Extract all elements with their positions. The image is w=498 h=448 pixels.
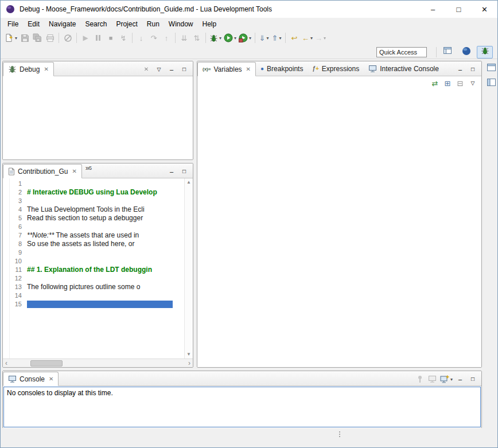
view-menu-icon: ▽	[471, 81, 475, 86]
close-window-button[interactable]: ✕	[472, 1, 497, 18]
tab-debug[interactable]: Debug ✕	[3, 62, 54, 76]
menu-help[interactable]: Help	[198, 18, 221, 30]
scroll-up-icon[interactable]: ▲	[186, 180, 191, 185]
tab-contribution-guide[interactable]: Contribution_Gu ✕	[3, 164, 82, 178]
line-number: 6	[10, 223, 22, 231]
open-console-icon	[440, 375, 449, 383]
menu-search[interactable]: Search	[80, 18, 111, 30]
minimize-view-button[interactable]: –	[166, 165, 177, 178]
run-dropdown-arrow[interactable]: ▾	[234, 36, 236, 41]
close-tab-icon[interactable]: ✕	[44, 66, 48, 72]
menu-navigate[interactable]: Navigate	[44, 18, 80, 30]
lua-perspective-icon	[462, 46, 471, 58]
resize-grip[interactable]	[339, 431, 340, 437]
editor-text-area[interactable]: # Interactive DEBUG using Lua DevelopThe…	[25, 178, 184, 359]
editor-tab-overflow[interactable]: »5	[82, 163, 95, 178]
minimized-view-restore-1-icon	[487, 63, 496, 73]
expressions-icon: ƒ+	[312, 65, 318, 72]
scroll-right-icon[interactable]: ›	[188, 360, 190, 367]
minimize-view-button[interactable]: –	[454, 373, 466, 385]
view-menu-button[interactable]: ▽	[153, 63, 165, 76]
external-tools-button[interactable]: ▾	[238, 32, 252, 44]
next-annotation-button[interactable]: ⇓▾	[258, 32, 270, 44]
maximize-view-icon: □	[182, 169, 186, 174]
maximize-view-button[interactable]: □	[467, 373, 478, 385]
minimized-view-restore-2-button[interactable]	[485, 77, 497, 89]
quick-access-box[interactable]: Quick Access	[376, 47, 427, 57]
menu-window[interactable]: Window	[164, 18, 198, 30]
back-dropdown-arrow[interactable]: ▾	[310, 36, 313, 41]
code-line: Read this section to setup a debugger	[27, 214, 184, 223]
collapse-all-icon: ⊟	[457, 80, 464, 87]
minimize-window-button[interactable]: –	[420, 1, 446, 18]
save-all-icon	[33, 33, 42, 42]
disconnect-button: ↯	[118, 32, 129, 44]
lua-perspective-button[interactable]	[458, 46, 474, 59]
minimized-view-restore-1-button[interactable]	[485, 63, 497, 74]
next-annotation-dropdown-arrow[interactable]: ▾	[267, 36, 269, 41]
perspective-switcher	[439, 46, 494, 59]
scroll-left-icon[interactable]: ‹	[5, 360, 7, 367]
show-type-names-button[interactable]: ⊞	[442, 77, 453, 89]
debug-perspective-button[interactable]	[477, 46, 493, 59]
previous-annotation-button[interactable]: ⇑▾	[271, 32, 282, 44]
minimize-view-button[interactable]: –	[166, 63, 177, 76]
app-logo-icon	[6, 5, 15, 14]
editor-vertical-scrollbar[interactable]: ▲ ▼	[184, 178, 193, 359]
code-line	[27, 291, 184, 300]
step-over-button: ↷	[148, 32, 159, 44]
tab-console[interactable]: Console ✕	[3, 372, 59, 386]
menu-run[interactable]: Run	[142, 18, 164, 30]
maximize-view-button[interactable]: □	[178, 165, 190, 178]
tab-interactive-console[interactable]: Interactive Console	[364, 61, 443, 76]
debug-tab-row: Debug ✕ ✕▽–□	[3, 61, 193, 76]
open-perspective-button[interactable]	[440, 46, 456, 59]
external-tools-dropdown-arrow[interactable]: ▾	[249, 36, 251, 41]
last-edit-location-button[interactable]: ↩	[289, 32, 300, 44]
variables-view-panel: (x)=Variables✕●Breakpointsƒ+ExpressionsI…	[197, 61, 482, 368]
maximize-window-button[interactable]: □	[446, 1, 472, 18]
minimize-view-button[interactable]: –	[454, 63, 466, 76]
open-console-button[interactable]: ▾	[439, 373, 453, 385]
open-console-dropdown-arrow[interactable]: ▾	[450, 377, 453, 382]
code-line	[27, 223, 184, 231]
close-tab-icon[interactable]: ✕	[72, 168, 76, 174]
scroll-down-icon[interactable]: ▼	[186, 352, 191, 357]
title-bar[interactable]: Debug - Moose_Framework/docs/Contributio…	[1, 1, 497, 18]
close-tab-icon[interactable]: ✕	[49, 376, 53, 382]
new-dropdown-arrow[interactable]: ▾	[15, 36, 17, 41]
print-icon	[46, 34, 55, 42]
tab-expressions[interactable]: ƒ+Expressions	[308, 61, 364, 76]
pin-console-button	[414, 373, 426, 385]
forward-dropdown-arrow[interactable]: ▾	[324, 36, 326, 41]
tab-variables[interactable]: (x)=Variables✕	[197, 62, 256, 76]
maximize-view-button[interactable]: □	[467, 63, 478, 76]
run-button[interactable]: ▾	[223, 32, 237, 44]
maximize-view-icon: □	[182, 67, 186, 72]
last-edit-location-icon: ↩	[291, 34, 298, 42]
scrollbar-track[interactable]	[10, 360, 186, 367]
tab-breakpoints[interactable]: ●Breakpoints	[256, 61, 308, 76]
editor-horizontal-scrollbar[interactable]: ‹ ›	[3, 359, 193, 367]
variables-tab-row: (x)=Variables✕●Breakpointsƒ+ExpressionsI…	[197, 61, 481, 76]
toolbar-separator	[285, 33, 286, 43]
show-logical-structures-button[interactable]: ⇄	[429, 77, 441, 89]
maximize-view-button[interactable]: □	[178, 63, 190, 76]
code-line	[27, 248, 184, 257]
debug-button[interactable]: ▾	[209, 32, 222, 44]
window-controls: – □ ✕	[420, 1, 497, 18]
close-tab-icon[interactable]: ✕	[246, 66, 251, 72]
scrollbar-thumb[interactable]	[30, 360, 63, 367]
menu-project[interactable]: Project	[111, 18, 142, 30]
debug-dropdown-arrow[interactable]: ▾	[219, 36, 221, 41]
tab-label: Variables	[213, 65, 242, 73]
line-number: 10	[10, 257, 22, 266]
new-button[interactable]: ▾	[4, 32, 18, 44]
previous-annotation-dropdown-arrow[interactable]: ▾	[279, 36, 282, 41]
variables-window-buttons: –□	[454, 63, 481, 76]
menu-file[interactable]: File	[3, 18, 23, 30]
view-menu-button[interactable]: ▽	[467, 77, 478, 89]
show-logical-structures-icon: ⇄	[432, 80, 438, 87]
menu-edit[interactable]: Edit	[23, 18, 44, 30]
back-button[interactable]: ←▾	[301, 32, 313, 44]
